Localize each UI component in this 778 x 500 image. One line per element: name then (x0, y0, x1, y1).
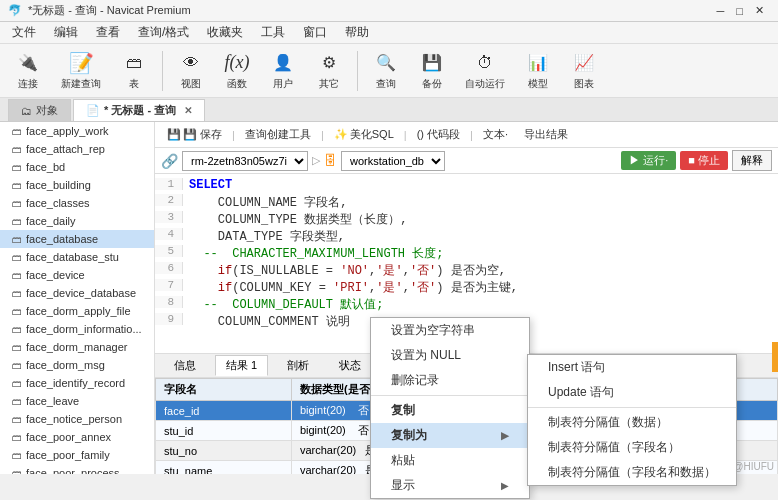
tab-object[interactable]: 🗂 对象 (8, 99, 71, 121)
autorun-button[interactable]: ⏱ 自动运行 (458, 47, 512, 95)
view-icon: 👁 (179, 51, 203, 75)
table-icon: 🗃 (12, 144, 22, 155)
ctx-copy-as[interactable]: 复制为 ▶ (371, 423, 529, 448)
function-icon: f(x) (225, 51, 249, 75)
chart-button[interactable]: 📈 图表 (564, 47, 604, 95)
save-button[interactable]: 💾 💾 保存 (161, 125, 228, 144)
sub-ctx-tab-fields[interactable]: 制表符分隔值（字段名） (528, 435, 736, 460)
sub-ctx-tab-data[interactable]: 制表符分隔值（数据） (528, 410, 736, 435)
sub-ctx-tab-both[interactable]: 制表符分隔值（字段名和数据） (528, 460, 736, 485)
beautify-button[interactable]: ✨ 美化SQL (328, 125, 400, 144)
app-icon: 🐬 (8, 4, 22, 17)
tab-status[interactable]: 状态 (328, 355, 372, 376)
ctx-set-empty[interactable]: 设置为空字符串 (371, 318, 529, 343)
query-toolbar: 💾 💾 保存 | 查询创建工具 | ✨ 美化SQL | () 代码段 | 文本·… (155, 122, 778, 148)
ctx-display-arrow: ▶ (501, 480, 509, 491)
sidebar-item-face-database[interactable]: 🗃 face_database (0, 230, 154, 248)
view-button[interactable]: 👁 视图 (171, 47, 211, 95)
database-select[interactable]: workstation_db (341, 151, 445, 171)
sidebar-item-face-classes[interactable]: 🗃 face_classes (0, 194, 154, 212)
tab-profiling[interactable]: 剖析 (276, 355, 320, 376)
minimize-btn[interactable]: ─ (711, 5, 731, 17)
sub-context-menu: Insert 语句 Update 语句 制表符分隔值（数据） 制表符分隔值（字段… (527, 354, 737, 486)
sql-line-8: 8 -- COLUMN_DEFAULT 默认值; (155, 296, 778, 313)
tab-result1[interactable]: 结果 1 (215, 355, 268, 376)
sidebar-item-face-building[interactable]: 🗃 face_building (0, 176, 154, 194)
other-button[interactable]: ⚙ 其它 (309, 47, 349, 95)
sidebar-item-face-database-stu[interactable]: 🗃 face_database_stu (0, 248, 154, 266)
table-button[interactable]: 🗃 表 (114, 47, 154, 95)
menu-tools[interactable]: 工具 (253, 22, 293, 43)
tab-query[interactable]: 📄 * 无标题 - 查询 ✕ (73, 99, 205, 121)
run-button[interactable]: ▶ 运行· (621, 151, 676, 170)
ctx-copy[interactable]: 复制 (371, 398, 529, 423)
ctx-paste[interactable]: 粘贴 (371, 448, 529, 473)
menu-query-format[interactable]: 查询/格式 (130, 22, 197, 43)
autorun-icon: ⏱ (473, 51, 497, 75)
context-menu: 设置为空字符串 设置为 NULL 删除记录 复制 复制为 ▶ 粘贴 显示 ▶ (370, 317, 530, 499)
table-icon: 🗃 (12, 450, 22, 461)
text-button[interactable]: 文本· (477, 125, 514, 144)
connection-select[interactable]: rm-2zetn83n05wz7i (182, 151, 308, 171)
menu-file[interactable]: 文件 (4, 22, 44, 43)
ctx-display[interactable]: 显示 ▶ (371, 473, 529, 498)
sidebar-item-face-apply-work[interactable]: 🗃 face_apply_work (0, 122, 154, 140)
menu-favorites[interactable]: 收藏夹 (199, 22, 251, 43)
connect-icon: 🔌 (16, 51, 40, 75)
sidebar-item-face-device[interactable]: 🗃 face_device (0, 266, 154, 284)
sidebar-item-face-device-database[interactable]: 🗃 face_device_database (0, 284, 154, 302)
tab-info[interactable]: 信息 (163, 355, 207, 376)
tab-close-icon[interactable]: ✕ (184, 105, 192, 116)
table-icon: 🗃 (12, 126, 22, 137)
user-button[interactable]: 👤 用户 (263, 47, 303, 95)
model-button[interactable]: 📊 模型 (518, 47, 558, 95)
sidebar-item-face-dorm-manager[interactable]: 🗃 face_dorm_manager (0, 338, 154, 356)
sidebar-item-face-bd[interactable]: 🗃 face_bd (0, 158, 154, 176)
sub-ctx-sep (528, 407, 736, 408)
table-icon: 🗃 (12, 180, 22, 191)
backup-button[interactable]: 💾 备份 (412, 47, 452, 95)
sql-line-2: 2 COLUMN_NAME 字段名, (155, 194, 778, 211)
explain-button[interactable]: 解释 (732, 150, 772, 171)
sidebar-item-face-daily[interactable]: 🗃 face_daily (0, 212, 154, 230)
sidebar-item-face-leave[interactable]: 🗃 face_leave (0, 392, 154, 410)
sql-line-4: 4 DATA_TYPE 字段类型, (155, 228, 778, 245)
export-button[interactable]: 导出结果 (518, 125, 574, 144)
sidebar-item-face-poor-process[interactable]: 🗃 face_poor_process (0, 464, 154, 474)
main-layout: 🗃 face_apply_work 🗃 face_attach_rep 🗃 fa… (0, 122, 778, 474)
sidebar-item-face-notice-person[interactable]: 🗃 face_notice_person (0, 410, 154, 428)
menu-window[interactable]: 窗口 (295, 22, 335, 43)
table-icon: 🗃 (12, 270, 22, 281)
sidebar-item-face-poor-family[interactable]: 🗃 face_poor_family (0, 446, 154, 464)
close-btn[interactable]: ✕ (749, 4, 770, 17)
maximize-btn[interactable]: □ (730, 5, 749, 17)
sidebar-item-face-attach-rep[interactable]: 🗃 face_attach_rep (0, 140, 154, 158)
sub-ctx-insert[interactable]: Insert 语句 (528, 355, 736, 380)
new-query-button[interactable]: 📝 新建查询 (54, 47, 108, 95)
function-button[interactable]: f(x) 函数 (217, 47, 257, 95)
menu-help[interactable]: 帮助 (337, 22, 377, 43)
menu-view[interactable]: 查看 (88, 22, 128, 43)
ctx-set-null[interactable]: 设置为 NULL (371, 343, 529, 368)
table-icon: 🗃 (12, 162, 22, 173)
menu-edit[interactable]: 编辑 (46, 22, 86, 43)
snippet-button[interactable]: () 代码段 (411, 125, 466, 144)
table-icon: 🗃 (12, 252, 22, 263)
orange-indicator (772, 342, 778, 372)
table-icon: 🗃 (12, 414, 22, 425)
ctx-delete-record[interactable]: 删除记录 (371, 368, 529, 393)
table-icon: 🗃 (12, 324, 22, 335)
sidebar-item-face-dorm-msg[interactable]: 🗃 face_dorm_msg (0, 356, 154, 374)
builder-button[interactable]: 查询创建工具 (239, 125, 317, 144)
sidebar: 🗃 face_apply_work 🗃 face_attach_rep 🗃 fa… (0, 122, 155, 474)
query-button[interactable]: 🔍 查询 (366, 47, 406, 95)
sidebar-item-face-dorm-information[interactable]: 🗃 face_dorm_informatio... (0, 320, 154, 338)
sub-ctx-update[interactable]: Update 语句 (528, 380, 736, 405)
stop-button[interactable]: ■ 停止 (680, 151, 728, 170)
tab-object-icon: 🗂 (21, 105, 32, 117)
connect-button[interactable]: 🔌 连接 (8, 47, 48, 95)
sidebar-item-face-dorm-apply-file[interactable]: 🗃 face_dorm_apply_file (0, 302, 154, 320)
tab-bar: 🗂 对象 📄 * 无标题 - 查询 ✕ (0, 98, 778, 122)
sidebar-item-face-identify-record[interactable]: 🗃 face_identify_record (0, 374, 154, 392)
sidebar-item-face-poor-annex[interactable]: 🗃 face_poor_annex (0, 428, 154, 446)
